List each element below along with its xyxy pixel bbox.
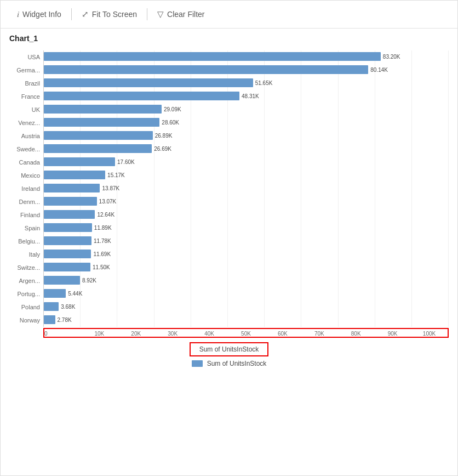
- y-label: Argen...: [9, 275, 40, 287]
- x-tick: 40K: [191, 329, 228, 337]
- bar-value-label: 11.69K: [93, 251, 111, 257]
- bar[interactable]: [44, 131, 153, 140]
- x-tick: 100K: [411, 329, 448, 337]
- chart-title: Chart_1: [1, 29, 457, 45]
- bar-row: 80.14K: [44, 64, 449, 76]
- y-label: Portug...: [9, 288, 40, 300]
- bar[interactable]: [44, 223, 92, 232]
- filter-icon: ▽: [157, 9, 164, 19]
- y-label: Canada: [9, 156, 40, 168]
- bar-value-label: 83.20K: [383, 54, 400, 60]
- bar[interactable]: [44, 263, 90, 271]
- bar-value-label: 11.89K: [94, 225, 112, 231]
- y-label: Spain: [9, 222, 40, 234]
- chart-area: USAGerma...BrazilFranceUKVenez...Austria…: [1, 45, 457, 373]
- y-label: Belgiu...: [9, 235, 40, 247]
- x-ticks: 010K20K30K40K50K60K70K80K90K100K: [44, 329, 448, 337]
- y-label: Brazil: [9, 77, 40, 89]
- x-tick: 50K: [228, 329, 265, 337]
- bar-row: 11.50K: [44, 261, 449, 273]
- bar[interactable]: [44, 276, 80, 285]
- chart-inner: USAGerma...BrazilFranceUKVenez...Austria…: [9, 50, 449, 327]
- bar-row: 13.07K: [44, 195, 449, 207]
- bar[interactable]: [44, 171, 105, 179]
- bar[interactable]: [44, 250, 91, 258]
- bar[interactable]: [44, 65, 368, 74]
- bar-row: 11.78K: [44, 235, 449, 247]
- bar-value-label: 11.78K: [94, 238, 111, 244]
- bar-row: 51.65K: [44, 77, 449, 89]
- bar-row: 8.92K: [44, 274, 449, 286]
- y-label: Austria: [9, 130, 40, 142]
- y-label: USA: [9, 51, 40, 63]
- toolbar: 𝑖 Widget Info ⤢ Fit To Screen ▽ Clear Fi…: [1, 1, 457, 29]
- x-tick: 90K: [374, 329, 411, 337]
- bar-value-label: 48.31K: [242, 93, 259, 99]
- bar[interactable]: [44, 315, 55, 324]
- fit-to-screen-button[interactable]: ⤢ Fit To Screen: [74, 6, 145, 22]
- bar[interactable]: [44, 118, 159, 127]
- y-label: Poland: [9, 301, 40, 313]
- bar-value-label: 13.07K: [99, 199, 117, 205]
- y-label: Italy: [9, 248, 40, 260]
- x-tick: 20K: [118, 329, 154, 337]
- bar-value-label: 11.50K: [93, 264, 110, 270]
- legend-label: Sum of UnitsInStock: [207, 360, 267, 367]
- bar-value-label: 26.69K: [154, 146, 171, 152]
- y-label: Swede...: [9, 143, 40, 155]
- bar-row: 11.89K: [44, 222, 449, 234]
- legend-tooltip: Sum of UnitsInStock: [190, 342, 269, 356]
- bar-row: 13.87K: [44, 182, 449, 194]
- bar[interactable]: [44, 236, 91, 245]
- x-axis: 010K20K30K40K50K60K70K80K90K100K: [9, 328, 449, 338]
- bar-row: 2.78K: [44, 314, 449, 326]
- bar[interactable]: [44, 210, 95, 219]
- bar[interactable]: [44, 197, 97, 206]
- y-label: Denm...: [9, 196, 40, 208]
- bar-rows: 83.20K80.14K51.65K48.31K29.09K28.60K26.8…: [44, 50, 449, 327]
- info-icon: 𝑖: [17, 9, 19, 19]
- divider-2: [147, 8, 147, 20]
- bar-value-label: 80.14K: [370, 67, 388, 73]
- bar-value-label: 12.64K: [97, 212, 114, 218]
- bar[interactable]: [44, 144, 152, 153]
- bar-row: 26.89K: [44, 129, 449, 141]
- widget-container: 𝑖 Widget Info ⤢ Fit To Screen ▽ Clear Fi…: [0, 0, 458, 476]
- widget-info-button[interactable]: 𝑖 Widget Info: [9, 6, 69, 22]
- bar-row: 48.31K: [44, 90, 449, 102]
- bar-row: 11.69K: [44, 248, 449, 260]
- bar-value-label: 29.09K: [164, 106, 181, 112]
- fit-screen-icon: ⤢: [82, 9, 89, 19]
- bar-value-label: 51.65K: [255, 80, 273, 86]
- bars-wrapper: 83.20K80.14K51.65K48.31K29.09K28.60K26.8…: [43, 50, 449, 327]
- y-label: Norway: [9, 314, 40, 326]
- x-tick: 70K: [301, 329, 337, 337]
- bar[interactable]: [44, 92, 239, 100]
- clear-filter-button[interactable]: ▽ Clear Filter: [150, 6, 212, 22]
- bar[interactable]: [44, 105, 162, 114]
- bar[interactable]: [44, 302, 59, 311]
- bar-value-label: 3.68K: [61, 304, 75, 310]
- bar-row: 3.68K: [44, 301, 449, 313]
- y-label: Mexico: [9, 169, 40, 182]
- bar-row: 83.20K: [44, 50, 449, 63]
- bar-row: 29.09K: [44, 103, 449, 115]
- bar-row: 15.17K: [44, 169, 449, 181]
- y-label: UK: [9, 104, 40, 116]
- bar[interactable]: [44, 289, 66, 298]
- bar-value-label: 28.60K: [162, 120, 179, 126]
- bar-row: 26.69K: [44, 143, 449, 155]
- bar[interactable]: [44, 157, 115, 166]
- legend-item: Sum of UnitsInStock: [192, 360, 267, 367]
- y-label: Venez...: [9, 117, 40, 129]
- divider-1: [71, 8, 72, 20]
- bar-value-label: 5.44K: [68, 291, 82, 297]
- legend-color-icon: [192, 360, 203, 367]
- legend-area: Sum of UnitsInStock Sum of UnitsInStock: [9, 342, 449, 373]
- widget-info-label: Widget Info: [22, 10, 61, 19]
- bar-row: 5.44K: [44, 287, 449, 299]
- bar[interactable]: [44, 78, 253, 87]
- bar[interactable]: [44, 184, 100, 192]
- bar[interactable]: [44, 52, 381, 61]
- bar-value-label: 17.60K: [117, 159, 135, 165]
